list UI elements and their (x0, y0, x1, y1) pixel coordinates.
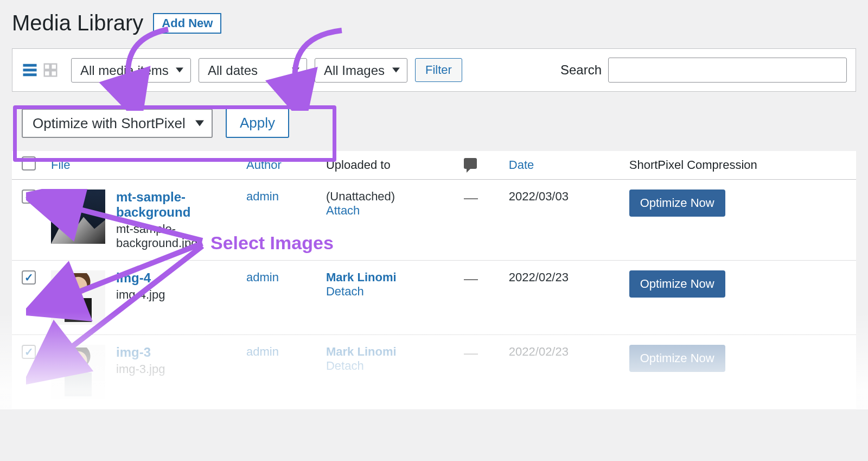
detach-link[interactable]: Detach (326, 359, 364, 372)
comments-count: — (464, 190, 478, 206)
optimize-now-button[interactable]: Optimize Now (629, 270, 725, 298)
svg-rect-2 (23, 73, 37, 76)
media-items-filter[interactable]: All media items (71, 58, 191, 83)
media-table: File Author Uploaded to Date ShortPixel … (12, 151, 856, 409)
col-date[interactable]: Date (502, 151, 623, 180)
svg-rect-3 (44, 64, 50, 70)
author-link[interactable]: admin (246, 190, 279, 203)
thumbnail[interactable] (51, 270, 105, 325)
bulk-action-select[interactable]: Optimize with ShortPixel (22, 109, 213, 138)
uploaded-to-link[interactable]: Mark Linomi (326, 345, 397, 358)
col-comments (457, 151, 502, 180)
file-name: mt-sample-background.jpg (116, 222, 233, 250)
file-title-link[interactable]: img-4 (116, 270, 151, 285)
list-view-icon[interactable] (21, 61, 39, 79)
thumbnail[interactable] (51, 345, 105, 399)
file-name: img-3.jpg (116, 362, 165, 376)
table-row: img-4img-4.jpgadminMark LinomiDetach—202… (12, 261, 856, 335)
file-title-link[interactable]: mt-sample-background (116, 190, 190, 219)
detach-link[interactable]: Detach (326, 285, 364, 298)
svg-rect-1 (23, 69, 37, 72)
svg-rect-4 (51, 64, 56, 70)
add-new-button[interactable]: Add New (153, 13, 221, 34)
row-checkbox[interactable] (22, 190, 36, 204)
images-filter[interactable]: All Images (315, 58, 407, 83)
file-name: img-4.jpg (116, 288, 165, 302)
filter-button[interactable]: Filter (415, 58, 462, 82)
table-row: mt-sample-backgroundmt-sample-background… (12, 180, 856, 261)
grid-view-icon[interactable] (42, 61, 59, 79)
author-link[interactable]: admin (246, 270, 279, 284)
uploaded-to-link[interactable]: Mark Linomi (326, 270, 397, 284)
date-cell: 2022/02/23 (502, 261, 623, 335)
comment-icon (464, 158, 477, 169)
filter-toolbar: All media items All dates All Images Fil… (12, 48, 856, 92)
col-shortpixel: ShortPixel Compression (623, 151, 856, 180)
page-title: Media Library (12, 11, 143, 35)
comments-count: — (464, 270, 478, 287)
search-input[interactable] (608, 58, 847, 83)
date-cell: 2022/03/03 (502, 180, 623, 261)
file-title-link[interactable]: img-3 (116, 345, 151, 359)
svg-rect-0 (23, 64, 37, 67)
date-cell: 2022/02/23 (502, 335, 623, 409)
dates-filter[interactable]: All dates (199, 58, 307, 83)
apply-button[interactable]: Apply (226, 108, 289, 138)
comments-count: — (464, 345, 478, 361)
author-link[interactable]: admin (246, 345, 279, 358)
optimize-now-button[interactable]: Optimize Now (629, 345, 725, 372)
col-author[interactable]: Author (240, 151, 320, 180)
search-label: Search (560, 62, 602, 78)
table-row: img-3img-3.jpgadminMark LinomiDetach—202… (12, 335, 856, 409)
attach-link[interactable]: Attach (326, 204, 360, 217)
col-file[interactable]: File (44, 151, 240, 180)
row-checkbox[interactable] (22, 270, 36, 285)
svg-rect-5 (44, 71, 50, 76)
bulk-actions-row: Optimize with ShortPixel Apply (12, 92, 856, 151)
optimize-now-button[interactable]: Optimize Now (629, 190, 725, 217)
col-uploaded-to: Uploaded to (320, 151, 457, 180)
uploaded-unattached: (Unattached) (326, 190, 451, 204)
thumbnail[interactable] (51, 190, 105, 244)
page-header: Media Library Add New (12, 11, 856, 35)
select-all-checkbox[interactable] (22, 156, 36, 170)
row-checkbox[interactable] (22, 345, 36, 359)
svg-rect-6 (51, 71, 56, 76)
